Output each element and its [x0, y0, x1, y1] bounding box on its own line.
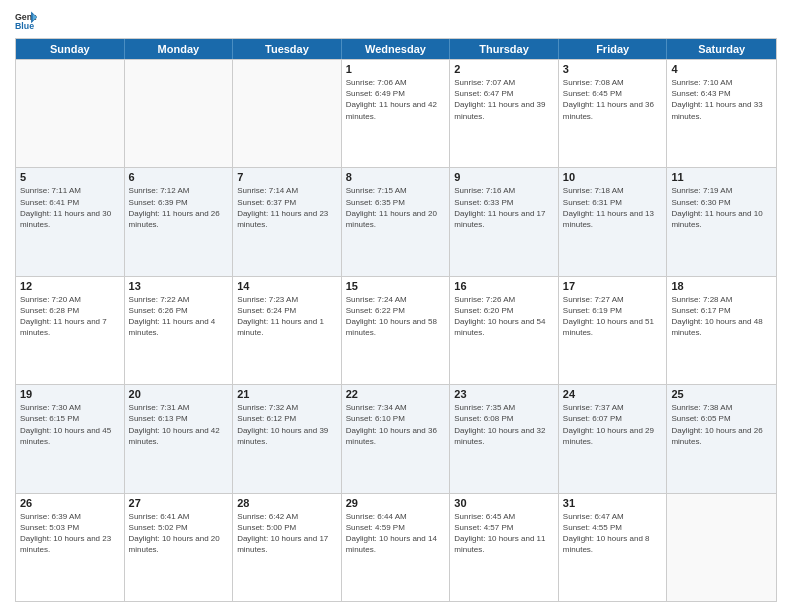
day-number: 10 [563, 171, 663, 183]
day-header-sunday: Sunday [16, 39, 125, 59]
day-info: Sunrise: 7:35 AM Sunset: 6:08 PM Dayligh… [454, 402, 554, 447]
day-info: Sunrise: 7:14 AM Sunset: 6:37 PM Dayligh… [237, 185, 337, 230]
day-info: Sunrise: 7:11 AM Sunset: 6:41 PM Dayligh… [20, 185, 120, 230]
calendar-day-2: 2Sunrise: 7:07 AM Sunset: 6:47 PM Daylig… [450, 60, 559, 167]
page-header: General Blue [15, 10, 777, 32]
day-header-monday: Monday [125, 39, 234, 59]
day-number: 4 [671, 63, 772, 75]
day-header-friday: Friday [559, 39, 668, 59]
day-number: 12 [20, 280, 120, 292]
day-info: Sunrise: 7:34 AM Sunset: 6:10 PM Dayligh… [346, 402, 446, 447]
day-header-tuesday: Tuesday [233, 39, 342, 59]
calendar-day-empty [125, 60, 234, 167]
day-info: Sunrise: 7:30 AM Sunset: 6:15 PM Dayligh… [20, 402, 120, 447]
calendar-day-21: 21Sunrise: 7:32 AM Sunset: 6:12 PM Dayli… [233, 385, 342, 492]
day-number: 18 [671, 280, 772, 292]
day-number: 16 [454, 280, 554, 292]
calendar-day-empty [233, 60, 342, 167]
calendar-day-5: 5Sunrise: 7:11 AM Sunset: 6:41 PM Daylig… [16, 168, 125, 275]
day-info: Sunrise: 7:27 AM Sunset: 6:19 PM Dayligh… [563, 294, 663, 339]
day-info: Sunrise: 7:38 AM Sunset: 6:05 PM Dayligh… [671, 402, 772, 447]
calendar-day-11: 11Sunrise: 7:19 AM Sunset: 6:30 PM Dayli… [667, 168, 776, 275]
logo-icon: General Blue [15, 10, 37, 32]
calendar-week-2: 12Sunrise: 7:20 AM Sunset: 6:28 PM Dayli… [16, 276, 776, 384]
day-number: 11 [671, 171, 772, 183]
day-info: Sunrise: 7:08 AM Sunset: 6:45 PM Dayligh… [563, 77, 663, 122]
calendar-day-27: 27Sunrise: 6:41 AM Sunset: 5:02 PM Dayli… [125, 494, 234, 601]
calendar-day-1: 1Sunrise: 7:06 AM Sunset: 6:49 PM Daylig… [342, 60, 451, 167]
calendar-day-30: 30Sunrise: 6:45 AM Sunset: 4:57 PM Dayli… [450, 494, 559, 601]
calendar-day-19: 19Sunrise: 7:30 AM Sunset: 6:15 PM Dayli… [16, 385, 125, 492]
day-number: 23 [454, 388, 554, 400]
day-info: Sunrise: 7:06 AM Sunset: 6:49 PM Dayligh… [346, 77, 446, 122]
day-number: 5 [20, 171, 120, 183]
day-number: 26 [20, 497, 120, 509]
day-header-saturday: Saturday [667, 39, 776, 59]
calendar-day-16: 16Sunrise: 7:26 AM Sunset: 6:20 PM Dayli… [450, 277, 559, 384]
day-info: Sunrise: 6:47 AM Sunset: 4:55 PM Dayligh… [563, 511, 663, 556]
day-info: Sunrise: 6:41 AM Sunset: 5:02 PM Dayligh… [129, 511, 229, 556]
day-info: Sunrise: 7:19 AM Sunset: 6:30 PM Dayligh… [671, 185, 772, 230]
day-number: 8 [346, 171, 446, 183]
day-number: 9 [454, 171, 554, 183]
calendar-day-25: 25Sunrise: 7:38 AM Sunset: 6:05 PM Dayli… [667, 385, 776, 492]
day-info: Sunrise: 7:23 AM Sunset: 6:24 PM Dayligh… [237, 294, 337, 339]
day-info: Sunrise: 7:12 AM Sunset: 6:39 PM Dayligh… [129, 185, 229, 230]
calendar: SundayMondayTuesdayWednesdayThursdayFrid… [15, 38, 777, 602]
calendar-day-23: 23Sunrise: 7:35 AM Sunset: 6:08 PM Dayli… [450, 385, 559, 492]
day-number: 28 [237, 497, 337, 509]
calendar-header: SundayMondayTuesdayWednesdayThursdayFrid… [16, 39, 776, 59]
day-number: 31 [563, 497, 663, 509]
calendar-body: 1Sunrise: 7:06 AM Sunset: 6:49 PM Daylig… [16, 59, 776, 601]
calendar-day-10: 10Sunrise: 7:18 AM Sunset: 6:31 PM Dayli… [559, 168, 668, 275]
calendar-day-7: 7Sunrise: 7:14 AM Sunset: 6:37 PM Daylig… [233, 168, 342, 275]
day-info: Sunrise: 7:16 AM Sunset: 6:33 PM Dayligh… [454, 185, 554, 230]
day-number: 7 [237, 171, 337, 183]
calendar-day-31: 31Sunrise: 6:47 AM Sunset: 4:55 PM Dayli… [559, 494, 668, 601]
calendar-week-4: 26Sunrise: 6:39 AM Sunset: 5:03 PM Dayli… [16, 493, 776, 601]
day-info: Sunrise: 7:10 AM Sunset: 6:43 PM Dayligh… [671, 77, 772, 122]
day-number: 19 [20, 388, 120, 400]
day-number: 15 [346, 280, 446, 292]
day-info: Sunrise: 7:26 AM Sunset: 6:20 PM Dayligh… [454, 294, 554, 339]
day-number: 27 [129, 497, 229, 509]
day-info: Sunrise: 6:44 AM Sunset: 4:59 PM Dayligh… [346, 511, 446, 556]
calendar-day-12: 12Sunrise: 7:20 AM Sunset: 6:28 PM Dayli… [16, 277, 125, 384]
day-number: 17 [563, 280, 663, 292]
calendar-day-18: 18Sunrise: 7:28 AM Sunset: 6:17 PM Dayli… [667, 277, 776, 384]
calendar-week-1: 5Sunrise: 7:11 AM Sunset: 6:41 PM Daylig… [16, 167, 776, 275]
day-number: 25 [671, 388, 772, 400]
day-info: Sunrise: 7:22 AM Sunset: 6:26 PM Dayligh… [129, 294, 229, 339]
day-info: Sunrise: 7:18 AM Sunset: 6:31 PM Dayligh… [563, 185, 663, 230]
day-header-wednesday: Wednesday [342, 39, 451, 59]
day-number: 30 [454, 497, 554, 509]
day-number: 6 [129, 171, 229, 183]
calendar-day-3: 3Sunrise: 7:08 AM Sunset: 6:45 PM Daylig… [559, 60, 668, 167]
calendar-day-28: 28Sunrise: 6:42 AM Sunset: 5:00 PM Dayli… [233, 494, 342, 601]
day-number: 13 [129, 280, 229, 292]
calendar-day-24: 24Sunrise: 7:37 AM Sunset: 6:07 PM Dayli… [559, 385, 668, 492]
calendar-day-6: 6Sunrise: 7:12 AM Sunset: 6:39 PM Daylig… [125, 168, 234, 275]
calendar-week-0: 1Sunrise: 7:06 AM Sunset: 6:49 PM Daylig… [16, 59, 776, 167]
calendar-day-empty [667, 494, 776, 601]
day-info: Sunrise: 7:32 AM Sunset: 6:12 PM Dayligh… [237, 402, 337, 447]
calendar-day-9: 9Sunrise: 7:16 AM Sunset: 6:33 PM Daylig… [450, 168, 559, 275]
day-number: 1 [346, 63, 446, 75]
day-number: 2 [454, 63, 554, 75]
day-number: 21 [237, 388, 337, 400]
day-number: 29 [346, 497, 446, 509]
day-header-thursday: Thursday [450, 39, 559, 59]
calendar-day-29: 29Sunrise: 6:44 AM Sunset: 4:59 PM Dayli… [342, 494, 451, 601]
day-info: Sunrise: 6:42 AM Sunset: 5:00 PM Dayligh… [237, 511, 337, 556]
logo: General Blue [15, 10, 41, 32]
calendar-day-20: 20Sunrise: 7:31 AM Sunset: 6:13 PM Dayli… [125, 385, 234, 492]
day-number: 20 [129, 388, 229, 400]
calendar-day-empty [16, 60, 125, 167]
calendar-day-4: 4Sunrise: 7:10 AM Sunset: 6:43 PM Daylig… [667, 60, 776, 167]
day-info: Sunrise: 7:15 AM Sunset: 6:35 PM Dayligh… [346, 185, 446, 230]
calendar-day-26: 26Sunrise: 6:39 AM Sunset: 5:03 PM Dayli… [16, 494, 125, 601]
calendar-day-8: 8Sunrise: 7:15 AM Sunset: 6:35 PM Daylig… [342, 168, 451, 275]
day-info: Sunrise: 7:28 AM Sunset: 6:17 PM Dayligh… [671, 294, 772, 339]
day-number: 14 [237, 280, 337, 292]
calendar-day-15: 15Sunrise: 7:24 AM Sunset: 6:22 PM Dayli… [342, 277, 451, 384]
